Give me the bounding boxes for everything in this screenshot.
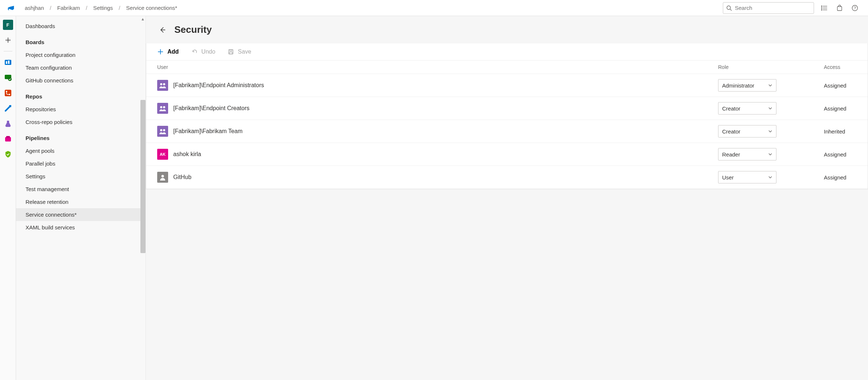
user-label: GitHub	[173, 174, 191, 181]
nav-item[interactable]: Test management	[16, 183, 146, 195]
role-value: Reader	[722, 151, 740, 158]
undo-icon	[191, 49, 198, 55]
topbar: ashjhan/Fabrikam/Settings/Service connec…	[0, 0, 868, 16]
breadcrumb-separator: /	[116, 5, 123, 11]
svg-rect-27	[230, 50, 232, 51]
access-value: Assigned	[824, 105, 857, 112]
user-label: [Fabrikam]\Endpoint Administrators	[173, 82, 264, 89]
table-header: User Role Access	[146, 61, 868, 74]
save-label: Save	[238, 49, 251, 55]
rail-security-icon[interactable]	[3, 149, 13, 159]
role-select[interactable]: User	[718, 171, 776, 183]
nav-item[interactable]: Repositories	[16, 103, 146, 116]
rail-testplans-icon[interactable]	[3, 119, 13, 129]
nav-item[interactable]: Project configuration	[16, 49, 146, 61]
breadcrumb-separator: /	[83, 5, 90, 11]
table-row[interactable]: [Fabrikam]\Endpoint CreatorsCreatorAssig…	[146, 97, 868, 120]
breadcrumb-item[interactable]: Settings	[92, 3, 113, 12]
svg-point-5	[821, 6, 822, 7]
table-row[interactable]: [Fabrikam]\Endpoint AdministratorsAdmini…	[146, 74, 868, 97]
breadcrumb: ashjhan/Fabrikam/Settings/Service connec…	[24, 3, 178, 12]
page-title: Security	[174, 24, 212, 35]
role-select[interactable]: Creator	[718, 125, 776, 137]
scrollbar-thumb[interactable]	[140, 100, 146, 253]
svg-point-32	[163, 106, 165, 108]
svg-point-17	[8, 77, 12, 81]
avatar	[157, 126, 168, 137]
rail-repos-icon[interactable]	[3, 88, 13, 98]
role-value: Administrator	[722, 82, 754, 89]
rail-artifacts-icon[interactable]	[3, 134, 13, 144]
nav-header: Pipelines	[16, 128, 146, 144]
svg-point-0	[727, 6, 731, 9]
table-row[interactable]: AKashok kirlaReaderAssigned	[146, 143, 868, 166]
svg-rect-28	[229, 52, 232, 54]
nav-item[interactable]: Cross-repo policies	[16, 116, 146, 128]
search-input[interactable]	[723, 2, 814, 14]
rail-boards-icon[interactable]	[3, 73, 13, 83]
nav-header: Repos	[16, 87, 146, 103]
col-user: User	[157, 64, 718, 70]
add-label: Add	[167, 49, 179, 55]
table-row[interactable]: [Fabrikam]\Fabrikam TeamCreatorInherited	[146, 120, 868, 143]
svg-text:?: ?	[854, 6, 856, 10]
scroll-up-icon[interactable]: ▲	[141, 17, 145, 21]
avatar	[157, 103, 168, 114]
undo-label: Undo	[201, 49, 215, 55]
svg-point-7	[821, 9, 822, 10]
nav-item[interactable]: XAML build services	[16, 221, 146, 234]
marketplace-icon[interactable]	[836, 4, 843, 12]
nav-item[interactable]: Agent pools	[16, 144, 146, 157]
user-label: ashok kirla	[173, 151, 201, 158]
chevron-down-icon	[768, 83, 772, 88]
role-select[interactable]: Creator	[718, 102, 776, 115]
role-value: Creator	[722, 105, 740, 112]
nav-item[interactable]: Release retention	[16, 195, 146, 208]
table-row[interactable]: GitHubUserAssigned	[146, 166, 868, 189]
save-button: Save	[228, 49, 251, 55]
svg-rect-22	[6, 136, 10, 138]
nav-item[interactable]: Service connections*	[16, 208, 146, 221]
breadcrumb-separator: /	[47, 5, 54, 11]
left-icon-rail: F	[0, 16, 16, 380]
breadcrumb-item[interactable]: Service connections*	[125, 3, 178, 12]
access-value: Inherited	[824, 128, 857, 135]
nav-item[interactable]: Parallel jobs	[16, 157, 146, 170]
svg-rect-8	[837, 7, 842, 11]
nav-item[interactable]: Dashboards	[16, 20, 146, 32]
new-icon[interactable]	[3, 35, 13, 45]
rail-overview-icon[interactable]	[3, 57, 13, 67]
svg-point-20	[9, 94, 10, 95]
breadcrumb-item[interactable]: Fabrikam	[57, 3, 81, 12]
back-button[interactable]	[158, 26, 167, 34]
nav-item[interactable]: GitHub connections	[16, 74, 146, 87]
save-icon	[228, 49, 234, 55]
help-icon[interactable]: ?	[851, 4, 859, 12]
nav-item[interactable]: Settings	[16, 170, 146, 183]
project-badge[interactable]: F	[3, 20, 13, 30]
nav-header: Boards	[16, 32, 146, 49]
col-access: Access	[824, 64, 857, 70]
role-value: Creator	[722, 128, 740, 135]
undo-button: Undo	[191, 49, 215, 55]
avatar	[157, 80, 168, 91]
azure-devops-logo[interactable]	[6, 3, 16, 13]
svg-rect-14	[6, 61, 7, 64]
svg-rect-15	[8, 61, 9, 64]
role-select[interactable]: Administrator	[718, 79, 776, 92]
settings-sidebar: ▲ DashboardsBoardsProject configurationT…	[16, 16, 146, 380]
add-button[interactable]: Add	[157, 49, 179, 55]
main-content: Security Add Undo	[146, 16, 868, 380]
access-value: Assigned	[824, 174, 857, 181]
svg-point-6	[821, 8, 822, 8]
list-icon[interactable]	[821, 4, 828, 12]
chevron-down-icon	[768, 106, 772, 110]
search-field[interactable]	[735, 5, 811, 11]
plus-icon	[157, 49, 164, 55]
nav-item[interactable]: Team configuration	[16, 61, 146, 74]
role-select[interactable]: Reader	[718, 148, 776, 160]
avatar	[157, 172, 168, 183]
rail-pipelines-icon[interactable]	[3, 103, 13, 113]
svg-point-19	[6, 91, 7, 92]
breadcrumb-item[interactable]: ashjhan	[24, 3, 45, 12]
